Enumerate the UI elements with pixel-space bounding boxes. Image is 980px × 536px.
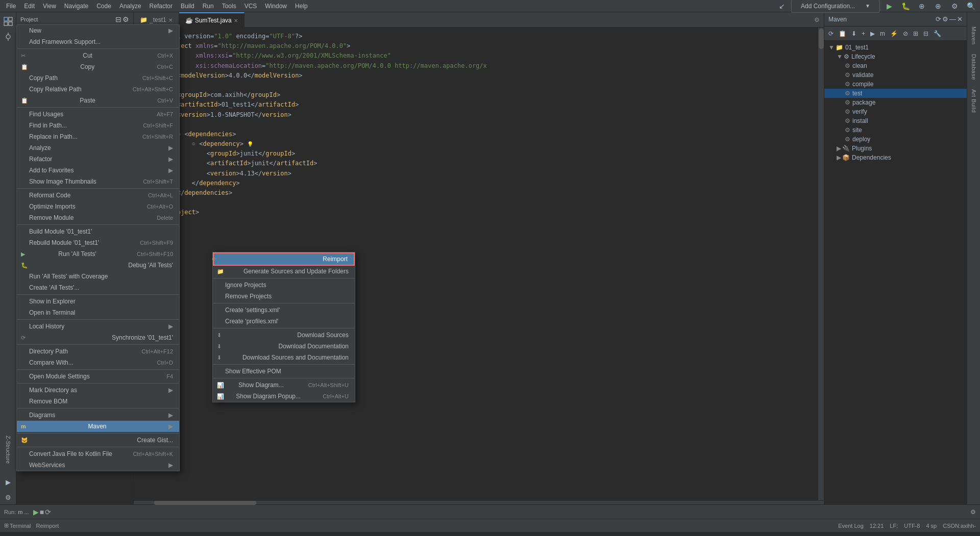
ctx-new[interactable]: New ▶ — [17, 25, 179, 36]
collapse-all-button[interactable]: ⊟ — [115, 15, 121, 23]
ctx-convert-kotlin[interactable]: Convert Java File to Kotlin File Ctrl+Al… — [17, 448, 179, 460]
ctx-run-coverage[interactable]: Run 'All Tests' with Coverage — [17, 271, 179, 282]
ctx-webservices[interactable]: WebServices ▶ — [17, 460, 179, 471]
maven-close-button[interactable]: ✕ — [957, 15, 963, 23]
ctx-copy-rel-path[interactable]: Copy Relative Path Ctrl+Alt+Shift+C — [17, 84, 179, 95]
ctx-show-explorer[interactable]: Show in Explorer — [17, 296, 179, 307]
ctx-refactor[interactable]: Refactor ▶ — [17, 154, 179, 165]
settings-project-button[interactable]: ⚙ — [122, 15, 129, 23]
terminal-label[interactable]: Terminal — [10, 523, 31, 529]
submenu-create-settings[interactable]: Create 'settings.xml' — [213, 304, 355, 316]
horizontal-scrollbar[interactable] — [134, 500, 824, 504]
tab-test1-close[interactable]: ✕ — [168, 17, 173, 23]
menu-navigate[interactable]: Navigate — [60, 2, 92, 11]
ctx-find-usages[interactable]: Find Usages Alt+F7 — [17, 109, 179, 120]
run-play-button[interactable]: ▶ — [33, 508, 39, 516]
maven-lifecycle-install[interactable]: ⚙ install — [824, 116, 967, 125]
run-stop-button[interactable]: ■ — [40, 508, 44, 516]
maven-lifecycle-compile[interactable]: ⚙ compile — [824, 80, 967, 89]
submenu-create-profiles[interactable]: Create 'profiles.xml' — [213, 316, 355, 327]
maven-lifecycle-clean[interactable]: ⚙ clean — [824, 61, 967, 70]
maven-reload-button[interactable]: ⟳ — [936, 15, 941, 23]
commit-icon[interactable] — [1, 30, 15, 44]
maven-project-root[interactable]: ▼ 📁 01_test1 — [824, 43, 967, 52]
menu-vcs[interactable]: VCS — [240, 2, 261, 11]
maven-dependencies-group[interactable]: ▶ 📦 Dependencies — [824, 153, 967, 162]
submenu-diagram-popup[interactable]: 📊 Show Diagram Popup... Ctrl+Alt+U — [213, 391, 355, 402]
search-everywhere-button[interactable]: 🔍 — [964, 0, 978, 13]
debug-button[interactable]: 🐛 — [898, 0, 913, 13]
menu-code[interactable]: Code — [92, 2, 115, 11]
ctx-synchronize[interactable]: ⟳ Synchronize '01_test1' — [17, 332, 179, 343]
vertical-scrollbar[interactable] — [818, 28, 824, 500]
ctx-optimize-imports[interactable]: Optimize Imports Ctrl+Alt+O — [17, 201, 179, 212]
submenu-generate-sources[interactable]: 📁 Generate Sources and Update Folders — [213, 266, 355, 277]
maven-plus-button[interactable]: + — [860, 29, 867, 38]
tab-sumtest-close[interactable]: ✕ — [234, 18, 238, 23]
add-configuration-button[interactable]: Add Configuration... ▼ — [791, 0, 880, 13]
maven-toggle-button[interactable]: ⊞ — [911, 29, 920, 38]
ctx-build-module[interactable]: Build Module '01_test1' — [17, 226, 179, 237]
profile-button[interactable]: ⊕ — [931, 0, 945, 13]
ctx-copy[interactable]: 📋 Copy Ctrl+C — [17, 61, 179, 72]
maven-panel-label[interactable]: Maven — [970, 22, 978, 49]
settings-button[interactable]: ⚙ — [947, 0, 962, 13]
maven-lifecycle-group[interactable]: ▼ ⚙ Lifecycle — [824, 52, 967, 61]
ctx-module-settings[interactable]: Open Module Settings F4 — [17, 371, 179, 382]
coverage-button[interactable]: ⊕ — [915, 0, 929, 13]
maven-download-button[interactable]: ⬇ — [849, 29, 859, 38]
menu-build[interactable]: Build — [177, 2, 199, 11]
maven-refresh-button[interactable]: ⟳ — [826, 29, 836, 38]
ctx-add-favorites[interactable]: Add to Favorites ▶ — [17, 165, 179, 176]
ctx-remove-module[interactable]: Remove Module Delete — [17, 212, 179, 223]
project-icon[interactable] — [1, 14, 15, 29]
scrollbar-thumb[interactable] — [819, 29, 824, 49]
database-panel-label[interactable]: Database — [970, 50, 978, 84]
ctx-reformat[interactable]: Reformat Code Ctrl+Alt+L — [17, 190, 179, 201]
submenu-download-docs[interactable]: ⬇ Download Documentation — [213, 341, 355, 352]
submenu-ignore[interactable]: Ignore Projects — [213, 279, 355, 291]
run-settings-button[interactable]: ⚙ — [970, 508, 976, 516]
ctx-copy-path[interactable]: Copy Path Ctrl+Shift+C — [17, 72, 179, 84]
menu-edit[interactable]: Edit — [20, 2, 39, 11]
ctx-compare-with[interactable]: Compare With... Ctrl+D — [17, 357, 179, 368]
ctx-create-tests[interactable]: Create 'All Tests'... — [17, 282, 179, 293]
submenu-effective-pom[interactable]: Show Effective POM — [213, 366, 355, 377]
terminal-tab[interactable]: ⊞ — [4, 522, 9, 529]
settings-left-icon[interactable]: ⚙ — [1, 490, 15, 504]
menu-run[interactable]: Run — [199, 2, 218, 11]
encoding-label[interactable]: UTF-8 — [904, 523, 920, 529]
ctx-remove-bom[interactable]: Remove BOM — [17, 396, 179, 407]
maven-execute-button[interactable]: ⚡ — [888, 29, 900, 38]
submenu-download-sources[interactable]: ⬇ Download Sources — [213, 329, 355, 341]
ctx-run-tests[interactable]: ▶ Run 'All Tests' Ctrl+Shift+F10 — [17, 248, 179, 260]
submenu-remove[interactable]: Remove Projects — [213, 291, 355, 302]
ctx-directory-path[interactable]: Directory Path Ctrl+Alt+F12 — [17, 346, 179, 357]
ctx-create-gist[interactable]: 🐱 Create Gist... — [17, 435, 179, 446]
maven-generate-button[interactable]: 📋 — [837, 29, 848, 38]
ctx-debug-tests[interactable]: 🐛 Debug 'All Tests' — [17, 260, 179, 271]
ctx-add-framework[interactable]: Add Framework Support... — [17, 36, 179, 47]
maven-skip-button[interactable]: ⊘ — [901, 29, 910, 38]
maven-minimize-button[interactable]: — — [949, 15, 956, 23]
submenu-show-diagram[interactable]: 📊 Show Diagram... Ctrl+Alt+Shift+U — [213, 379, 355, 391]
maven-collapse-button[interactable]: ⊟ — [921, 29, 930, 38]
reimport-bottom-label[interactable]: Reimport — [36, 523, 59, 529]
maven-lifecycle-verify[interactable]: ⚙ verify — [824, 107, 967, 116]
ctx-mark-directory[interactable]: Mark Directory as ▶ — [17, 385, 179, 396]
run-debug-icon[interactable]: ▶ — [1, 475, 15, 489]
menu-file[interactable]: File — [2, 2, 20, 11]
maven-lifecycle-site[interactable]: ⚙ site — [824, 125, 967, 135]
maven-lifecycle-validate[interactable]: ⚙ validate — [824, 70, 967, 80]
ctx-cut[interactable]: ✂ Cut Ctrl+X — [17, 50, 179, 61]
ctx-open-terminal[interactable]: Open in Terminal — [17, 307, 179, 318]
submenu-reimport[interactable]: ⟳ Reimport — [213, 252, 355, 266]
menu-help[interactable]: Help — [291, 2, 312, 11]
menu-tools[interactable]: Tools — [218, 2, 240, 11]
submenu-download-all[interactable]: ⬇ Download Sources and Documentation — [213, 352, 355, 363]
h-scrollbar-thumb[interactable] — [154, 501, 256, 505]
ctx-analyze[interactable]: Analyze ▶ — [17, 142, 179, 154]
tab-sumtest[interactable]: ☕ SumTest.java ✕ — [179, 12, 244, 28]
menu-window[interactable]: Window — [261, 2, 291, 11]
maven-wrench-button[interactable]: 🔧 — [932, 29, 943, 38]
